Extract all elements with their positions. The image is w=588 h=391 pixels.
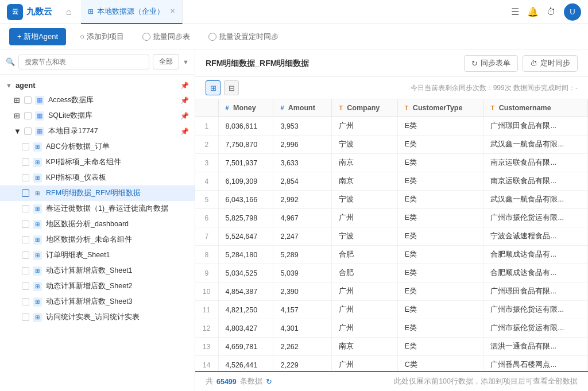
col-header-customer-type: T CustomerType <box>397 99 483 117</box>
sidebar-item-order[interactable]: ⊞ 订单明细表_Sheet1 <box>0 247 195 263</box>
sidebar-item-local17747[interactable]: ▼ ▦ 本地目录17747 📌 <box>0 123 195 139</box>
sidebar-item-spring[interactable]: ⊞ 春运迁徙数据（1)_春运迁徙流向数据 <box>0 201 195 216</box>
cell-company: 广州 <box>332 319 398 338</box>
all-filter-button[interactable]: 全部 <box>153 54 179 69</box>
active-tab[interactable]: ⊞ 本地数据源（企业） ✕ <box>81 0 183 24</box>
table-row: 1 8,036,611 3,953 广州 E类 广州璟田食品有限... <box>195 117 588 136</box>
checkbox-abc[interactable] <box>22 143 29 150</box>
table-row: 8 5,284,180 5,289 合肥 E类 合肥顺成达食品有... <box>195 246 588 264</box>
cell-money: 4,821,250 <box>218 301 273 319</box>
checkbox-region-dash[interactable] <box>22 220 29 228</box>
sidebar-item-label: SQLite数据库 <box>48 111 178 121</box>
cell-amount: 2,854 <box>273 172 332 191</box>
sidebar-item-visit[interactable]: ⊞ 访问统计实表_访问统计实表 <box>0 309 195 325</box>
user-avatar[interactable]: U <box>564 3 581 21</box>
sidebar-item-rfm[interactable]: ⊞ RFM明细数据_RFM明细数据 <box>0 185 195 201</box>
search-input[interactable] <box>18 55 149 69</box>
cell-amount: 4,157 <box>273 301 332 319</box>
sidebar-item-dynamic3[interactable]: ⊞ 动态计算新增店数_Sheet3 <box>0 294 195 309</box>
cell-amount: 2,992 <box>273 191 332 209</box>
checkbox-region-unnamed[interactable] <box>22 236 29 243</box>
bell-icon[interactable]: 🔔 <box>527 6 539 17</box>
sidebar-item-region-unnamed[interactable]: ⊞ 地区数据分析_未命名组件 <box>0 232 195 247</box>
add-to-project-button[interactable]: ○ 添加到项目 <box>75 29 129 44</box>
cell-money: 7,750,870 <box>218 136 273 154</box>
checkbox-access[interactable] <box>24 96 32 104</box>
new-agent-button[interactable]: + 新增Agent <box>9 28 66 45</box>
content-actions: ↻ 同步表单 ⏱ 定时同步 <box>464 55 578 72</box>
cell-money: 4,526,441 <box>218 356 273 371</box>
sidebar-item-kpi1[interactable]: ⊞ KPI指标项_未命名组件 <box>0 154 195 170</box>
cell-idx: 11 <box>195 301 218 319</box>
dropdown-icon[interactable]: ▼ <box>183 59 189 65</box>
sidebar: 🔍 全部 ▼ ▼ agent 📌 ⊞ ▦ Access数据库 📌 ⊞ <box>0 49 195 391</box>
col-type-icon: T <box>490 104 494 111</box>
cell-amount: 2,390 <box>273 282 332 301</box>
grid-view-button[interactable]: ⊟ <box>224 80 239 95</box>
table-icon-abc: ⊞ <box>33 142 42 152</box>
cell-company: 南京 <box>332 154 398 172</box>
sidebar-item-kpi2[interactable]: ⊞ KPI指标项_仪表板 <box>0 170 195 185</box>
cell-money: 8,036,611 <box>218 117 273 136</box>
table-icon-region-dash: ⊞ <box>33 220 42 229</box>
footer-refresh-icon[interactable]: ↻ <box>266 377 272 386</box>
content-sub-header: ⊞ ⊟ 今日当前表剩余同步次数：999次 数据同步完成时间：- <box>195 77 588 99</box>
checkbox-sqlite[interactable] <box>24 112 32 119</box>
search-bar: 🔍 全部 ▼ <box>0 49 195 75</box>
checkbox-kpi2[interactable] <box>22 174 29 181</box>
table-icon-rfm: ⊞ <box>33 189 42 198</box>
checkbox-visit[interactable] <box>22 313 29 321</box>
cell-company: 广州 <box>332 356 398 371</box>
sync-table-button[interactable]: ↻ 同步表单 <box>464 55 518 72</box>
cell-idx: 7 <box>195 227 218 246</box>
cell-amount: 2,247 <box>273 227 332 246</box>
cell-idx: 2 <box>195 136 218 154</box>
sidebar-item-label: RFM明细数据_RFM明细数据 <box>46 188 189 198</box>
sidebar-item-access[interactable]: ⊞ ▦ Access数据库 📌 <box>0 92 195 108</box>
checkbox-kpi1[interactable] <box>22 158 29 166</box>
sidebar-item-dynamic1[interactable]: ⊞ 动态计算新增店数_Sheet1 <box>0 263 195 278</box>
cell-customer-name: 合肥顺成达食品有... <box>483 264 588 282</box>
cell-customer-type: E类 <box>397 246 483 264</box>
cell-idx: 4 <box>195 172 218 191</box>
table-row: 7 5,524,647 2,247 宁波 E类 宁波金诚速程食品... <box>195 227 588 246</box>
cell-idx: 12 <box>195 319 218 338</box>
checkbox-dynamic2[interactable] <box>22 282 29 290</box>
toolbar: + 新增Agent ○ 添加到项目 批量同步表 批量设置定时同步 <box>0 24 588 49</box>
cell-customer-type: E类 <box>397 154 483 172</box>
table-icon-kpi2: ⊞ <box>33 173 42 183</box>
cell-customer-type: C类 <box>397 356 483 371</box>
list-icon[interactable]: ☰ <box>511 6 519 17</box>
batch-schedule-button[interactable]: 批量设置定时同步 <box>204 29 283 44</box>
checkbox-rfm[interactable] <box>22 189 29 197</box>
table-view-button[interactable]: ⊞ <box>206 80 220 95</box>
sidebar-item-region-dash[interactable]: ⊞ 地区数据分析_dashboard <box>0 216 195 232</box>
checkbox-spring[interactable] <box>22 205 29 212</box>
sidebar-item-sqlite[interactable]: ⊞ ▦ SQLite数据库 📌 <box>0 108 195 123</box>
cell-customer-type: E类 <box>397 282 483 301</box>
schedule-sync-button[interactable]: ⏱ 定时同步 <box>523 55 578 72</box>
top-right-actions: ☰ 🔔 ⏱ U <box>511 3 581 21</box>
checkbox-dynamic1[interactable] <box>22 267 29 274</box>
checkbox-local[interactable] <box>24 127 32 135</box>
sidebar-item-abc[interactable]: ⊞ ABC分析数据_订单 <box>0 139 195 154</box>
cell-money: 5,825,798 <box>218 209 273 227</box>
sync-info-text: 今日当前表剩余同步次数：999次 数据同步完成时间：- <box>411 83 578 93</box>
checkbox-dynamic3[interactable] <box>22 298 29 305</box>
home-icon[interactable]: ⌂ <box>61 7 76 17</box>
tab-close-icon[interactable]: ✕ <box>170 7 175 15</box>
tree-agent-root[interactable]: ▼ agent 📌 <box>0 78 195 92</box>
clock-icon[interactable]: ⏱ <box>547 7 556 17</box>
cell-customer-type: E类 <box>397 191 483 209</box>
main-layout: 🔍 全部 ▼ ▼ agent 📌 ⊞ ▦ Access数据库 📌 ⊞ <box>0 49 588 391</box>
sidebar-item-dynamic2[interactable]: ⊞ 动态计算新增店数_Sheet2 <box>0 278 195 294</box>
table-row: 3 7,501,937 3,633 南京 E类 南京运联食品有限... <box>195 154 588 172</box>
cell-company: 南京 <box>332 172 398 191</box>
cell-customer-type: E类 <box>397 172 483 191</box>
col-header-idx <box>195 99 218 117</box>
expand-placeholder: ⊞ <box>14 96 22 104</box>
sidebar-item-label: 访问统计实表_访问统计实表 <box>46 312 189 322</box>
checkbox-order[interactable] <box>22 251 29 259</box>
batch-sync-button[interactable]: 批量同步表 <box>138 29 195 44</box>
cell-customer-type: E类 <box>397 301 483 319</box>
